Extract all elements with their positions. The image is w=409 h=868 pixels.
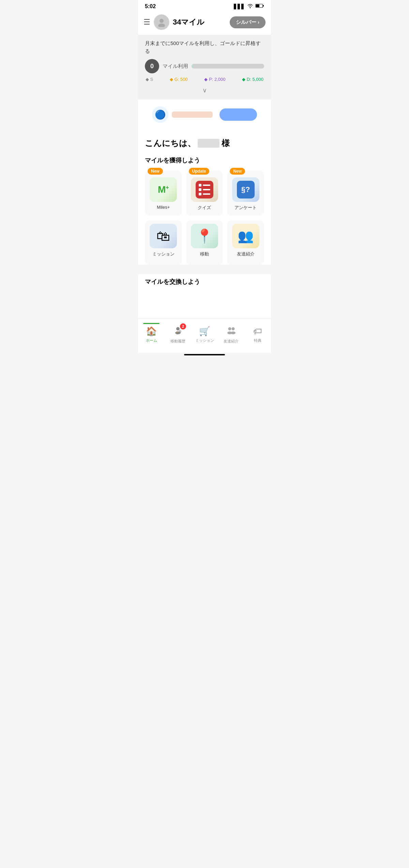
home-label: ホーム [146, 338, 157, 343]
svg-point-4 [158, 24, 165, 27]
miles-progress-row: 0 マイル利用 [145, 59, 264, 73]
miles-plus-icon-area: M+ [150, 177, 177, 202]
earn-card-quiz[interactable]: Update クイズ [186, 171, 223, 216]
exchange-content [145, 291, 264, 312]
earn-card-move[interactable]: 📍 移動 [186, 220, 223, 265]
avatar[interactable] [154, 14, 169, 30]
history-badge: 2 [180, 323, 186, 329]
exchange-section: マイルを交換しよう [138, 274, 271, 319]
mission-bag-icon: 🛍 [156, 229, 170, 244]
mission-icon-area: 🛍 [150, 224, 177, 248]
battery-icon [255, 3, 264, 10]
miles-plus-label: Miles+ [157, 205, 170, 210]
survey-label: アンケート [234, 205, 257, 211]
mission-nav-icon: 🛒 [199, 326, 210, 337]
nav-item-friends[interactable]: 友達紹介 [221, 322, 241, 344]
header: ☰ 34マイル シルバー › [138, 12, 271, 35]
nav-item-history[interactable]: 🚶 2 移動履歴 [168, 322, 188, 344]
benefits-nav-icon: 🏷 [253, 326, 262, 337]
nav-item-home[interactable]: 🏠 ホーム [141, 323, 162, 343]
nav-item-benefits[interactable]: 🏷 特典 [247, 323, 268, 343]
banner-text-blur [172, 112, 213, 118]
earn-section-title: マイルを獲得しよう [145, 156, 264, 164]
banner-logo-area: 🔵 [152, 106, 213, 123]
svg-point-11 [232, 327, 235, 330]
main-content: こんにちは、 様 マイルを獲得しよう New M+ Miles+ Update [138, 130, 271, 265]
tier-g: ◆ G: 500 [170, 77, 188, 82]
header-left: ☰ 34マイル [143, 14, 204, 30]
friends-nav-icon [226, 325, 236, 337]
menu-icon[interactable]: ☰ [143, 18, 150, 27]
svg-point-7 [179, 330, 181, 333]
silver-button[interactable]: シルバー › [230, 16, 266, 28]
status-time: 5:02 [145, 3, 156, 10]
banner-icon: 🔵 [152, 106, 168, 123]
quiz-checklist [197, 182, 212, 197]
survey-icon-box: §? [237, 181, 255, 198]
history-label: 移動履歴 [170, 339, 185, 344]
nav-badge-wrapper-history: 🚶 2 [173, 325, 183, 337]
miles-plus-text: M+ [158, 185, 169, 194]
status-banner-text: 月末までに500マイルを利用し、ゴールドに昇格する [145, 40, 264, 55]
earn-card-friends[interactable]: 👥 友達紹介 [227, 220, 264, 265]
svg-point-12 [231, 332, 236, 334]
earn-grid-row1: New M+ Miles+ Update [145, 171, 264, 216]
wifi-icon [247, 3, 253, 10]
home-underline [143, 323, 160, 324]
tier-labels: ◆ S ◆ G: 500 ◆ P: 2,000 ◆ D: 5,000 [145, 77, 264, 85]
svg-text:🚶: 🚶 [176, 331, 179, 335]
greeting: こんにちは、 様 [145, 138, 264, 149]
banner-ad: 🔵 [138, 100, 271, 130]
tier-s: ◆ S [146, 77, 153, 82]
friends-icon: 👥 [238, 229, 254, 244]
greeting-suffix: 様 [222, 138, 230, 149]
tier-d: ◆ D: 5,000 [242, 77, 263, 82]
earn-section: マイルを獲得しよう New M+ Miles+ Update [145, 156, 264, 265]
greeting-name-blur [198, 139, 219, 148]
home-icon: 🏠 [146, 326, 157, 337]
banner-cta-blur[interactable] [219, 108, 257, 121]
friends-label: 友達紹介 [237, 251, 255, 257]
chevron-down[interactable]: ∨ [145, 85, 264, 98]
friends-icon-area: 👥 [232, 224, 259, 248]
badge-new-1: New [148, 168, 163, 175]
signal-icon: ▋▋▋ [234, 4, 245, 9]
quiz-icon-area [191, 177, 218, 202]
nav-item-mission[interactable]: 🛒 ミッション [194, 323, 215, 343]
move-label: 移動 [200, 251, 209, 257]
status-bar: 5:02 ▋▋▋ [138, 0, 271, 12]
survey-icon-text: §? [241, 185, 250, 194]
survey-icon-area: §? [232, 177, 259, 202]
svg-point-3 [160, 19, 164, 23]
miles-circle: 0 [145, 59, 159, 73]
mission-label: ミッション [152, 251, 175, 257]
bottom-nav: 🏠 ホーム 🚶 2 移動履歴 🛒 ミッション [138, 319, 271, 353]
svg-point-9 [228, 327, 231, 330]
miles-label: マイル利用 [163, 63, 188, 70]
progress-bar-bg [192, 64, 264, 69]
status-banner: 月末までに500マイルを利用し、ゴールドに昇格する 0 マイル利用 ◆ S ◆ … [138, 35, 271, 100]
header-miles: 34マイル [173, 17, 204, 27]
earn-card-mission[interactable]: 🛍 ミッション [145, 220, 182, 265]
quiz-label: クイズ [198, 205, 211, 211]
move-pin-icon: 📍 [196, 228, 213, 244]
svg-point-5 [176, 327, 180, 330]
svg-rect-1 [263, 5, 264, 6]
move-icon-area: 📍 [191, 224, 218, 248]
status-icons: ▋▋▋ [234, 3, 264, 10]
home-indicator [184, 354, 225, 355]
svg-rect-2 [256, 4, 259, 7]
greeting-prefix: こんにちは、 [145, 138, 196, 149]
friends-nav-label: 友達紹介 [224, 339, 239, 344]
earn-grid-row2: 🛍 ミッション 📍 移動 👥 友達紹介 [145, 220, 264, 265]
badge-new-2: New [230, 168, 245, 175]
exchange-section-title: マイルを交換しよう [145, 278, 264, 286]
badge-update: Update [189, 168, 210, 175]
tier-p: ◆ P: 2,000 [204, 77, 225, 82]
earn-card-miles-plus[interactable]: New M+ Miles+ [145, 171, 182, 216]
benefits-nav-label: 特典 [254, 338, 261, 343]
mission-nav-label: ミッション [195, 338, 214, 343]
quiz-icon-box [196, 181, 213, 198]
progress-bar-fill [192, 64, 193, 69]
earn-card-survey[interactable]: New §? アンケート [227, 171, 264, 216]
